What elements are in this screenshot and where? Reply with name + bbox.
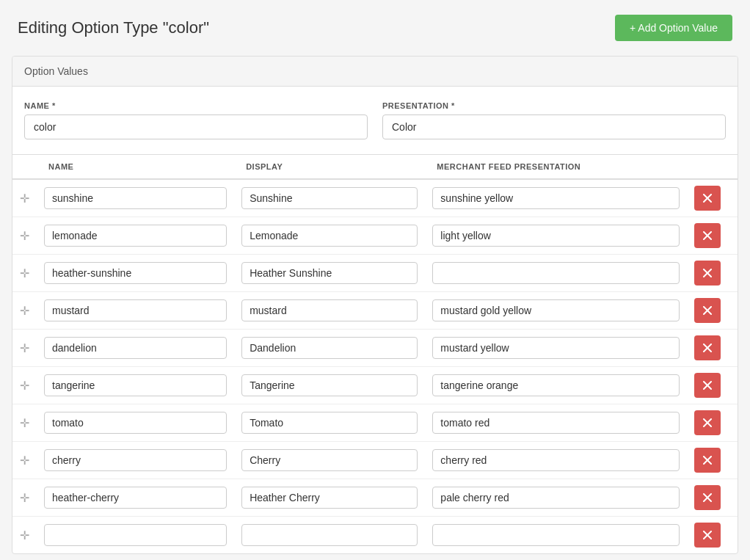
row-merchant-input[interactable]: [432, 449, 680, 471]
delete-row-button[interactable]: [694, 335, 721, 360]
row-name-input[interactable]: [44, 262, 227, 284]
drag-handle-icon[interactable]: ✛: [20, 305, 29, 317]
row-display-input[interactable]: [241, 299, 418, 321]
merchant-cell: [425, 292, 687, 330]
name-cell: [37, 179, 234, 217]
delete-row-button[interactable]: [694, 298, 721, 323]
table-row: ✛: [12, 404, 738, 442]
presentation-form-group: PRESENTATION *: [382, 101, 726, 139]
row-name-input[interactable]: [44, 337, 227, 359]
row-merchant-input[interactable]: [432, 524, 680, 546]
name-cell: [37, 479, 234, 517]
row-display-input[interactable]: [241, 374, 418, 396]
table-header: NAME DISPLAY MERCHANT FEED PRESENTATION: [12, 155, 738, 179]
table-row: ✛: [12, 179, 738, 217]
name-cell: [37, 367, 234, 404]
row-display-input[interactable]: [241, 187, 418, 209]
row-display-input[interactable]: [241, 262, 418, 284]
drag-handle-icon[interactable]: ✛: [20, 529, 29, 542]
merchant-cell: [425, 367, 687, 404]
delete-row-button[interactable]: [694, 448, 721, 473]
table-row: ✛: [12, 217, 738, 255]
delete-row-button[interactable]: [694, 186, 721, 211]
row-display-input[interactable]: [241, 225, 418, 247]
delete-cell: [687, 479, 738, 517]
row-merchant-input[interactable]: [432, 225, 680, 247]
option-values-card: Option Values NAME * PRESENTATION * NAME…: [12, 56, 738, 554]
display-cell: [234, 479, 425, 517]
row-display-input[interactable]: [241, 449, 418, 471]
table-row: ✛: [12, 255, 738, 292]
delete-row-button[interactable]: [694, 523, 721, 548]
display-cell: [234, 292, 425, 330]
row-merchant-input[interactable]: [432, 487, 680, 509]
drag-handle-icon[interactable]: ✛: [20, 417, 29, 429]
row-display-input[interactable]: [241, 412, 418, 434]
drag-handle-icon[interactable]: ✛: [20, 192, 29, 205]
row-merchant-input[interactable]: [432, 337, 680, 359]
page-title: Editing Option Type "color": [18, 18, 209, 37]
drag-handle-icon[interactable]: ✛: [20, 267, 29, 280]
table-wrapper: NAME DISPLAY MERCHANT FEED PRESENTATION …: [12, 154, 738, 553]
delete-row-button[interactable]: [694, 485, 721, 510]
row-display-input[interactable]: [241, 337, 418, 359]
delete-row-button[interactable]: [694, 261, 721, 286]
display-cell: [234, 517, 425, 554]
col-display: DISPLAY: [234, 155, 425, 179]
table-row: ✛: [12, 442, 738, 479]
col-merchant: MERCHANT FEED PRESENTATION: [425, 155, 687, 179]
merchant-cell: [425, 255, 687, 292]
drag-handle-icon[interactable]: ✛: [20, 454, 29, 467]
drag-handle-icon[interactable]: ✛: [20, 492, 29, 504]
row-name-input[interactable]: [44, 299, 227, 321]
presentation-input[interactable]: [382, 114, 726, 139]
drag-handle-icon[interactable]: ✛: [20, 379, 29, 392]
row-name-input[interactable]: [44, 449, 227, 471]
merchant-cell: [425, 404, 687, 442]
name-cell: [37, 330, 234, 367]
merchant-cell: [425, 479, 687, 517]
display-cell: [234, 367, 425, 404]
row-name-input[interactable]: [44, 524, 227, 546]
row-merchant-input[interactable]: [432, 299, 680, 321]
merchant-cell: [425, 330, 687, 367]
drag-handle-cell: ✛: [12, 179, 37, 217]
display-cell: [234, 255, 425, 292]
row-name-input[interactable]: [44, 187, 227, 209]
row-merchant-input[interactable]: [432, 262, 680, 284]
row-merchant-input[interactable]: [432, 187, 680, 209]
drag-handle-cell: ✛: [12, 255, 37, 292]
display-cell: [234, 442, 425, 479]
name-input[interactable]: [24, 114, 368, 139]
col-name: NAME: [37, 155, 234, 179]
add-option-value-button[interactable]: + Add Option Value: [615, 15, 732, 41]
row-name-input[interactable]: [44, 487, 227, 509]
merchant-cell: [425, 442, 687, 479]
delete-row-button[interactable]: [694, 223, 721, 248]
name-cell: [37, 517, 234, 554]
row-merchant-input[interactable]: [432, 412, 680, 434]
option-values-table: NAME DISPLAY MERCHANT FEED PRESENTATION …: [12, 155, 738, 553]
delete-row-button[interactable]: [694, 410, 721, 435]
row-name-input[interactable]: [44, 374, 227, 396]
form-section: NAME * PRESENTATION *: [12, 87, 738, 154]
delete-cell: [687, 517, 738, 554]
table-row: ✛: [12, 367, 738, 404]
display-cell: [234, 179, 425, 217]
row-merchant-input[interactable]: [432, 374, 680, 396]
drag-handle-cell: ✛: [12, 479, 37, 517]
delete-row-button[interactable]: [694, 373, 721, 398]
display-cell: [234, 404, 425, 442]
delete-cell: [687, 330, 738, 367]
row-name-input[interactable]: [44, 412, 227, 434]
merchant-cell: [425, 217, 687, 255]
drag-handle-cell: ✛: [12, 292, 37, 330]
drag-handle-cell: ✛: [12, 517, 37, 554]
drag-handle-icon[interactable]: ✛: [20, 342, 29, 354]
page-header: Editing Option Type "color" + Add Option…: [0, 0, 750, 56]
row-display-input[interactable]: [241, 487, 418, 509]
drag-handle-icon[interactable]: ✛: [20, 230, 29, 242]
row-name-input[interactable]: [44, 225, 227, 247]
delete-cell: [687, 255, 738, 292]
row-display-input[interactable]: [241, 524, 418, 546]
